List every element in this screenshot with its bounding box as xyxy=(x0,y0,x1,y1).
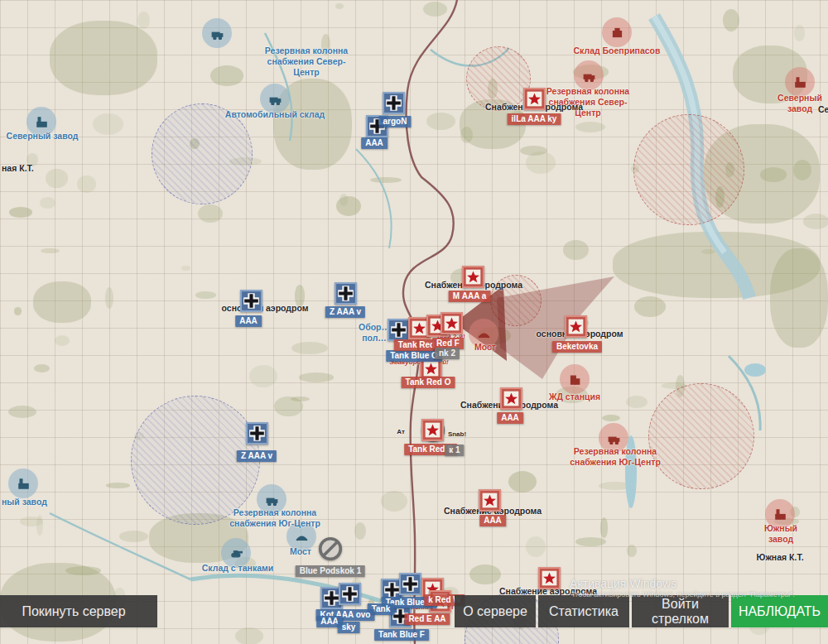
terrain-patch xyxy=(105,287,113,309)
terrain-patch xyxy=(40,197,56,209)
terrain-patch xyxy=(34,364,51,372)
blue-unit-marker xyxy=(339,583,361,605)
unit-tag: sky xyxy=(338,622,360,633)
map-label: Мост xyxy=(474,342,496,353)
unit-tag: argoN xyxy=(379,116,412,127)
terrain-patch xyxy=(50,21,157,95)
terrain-patch xyxy=(723,9,739,31)
terrain-patch xyxy=(198,204,223,223)
red-star-icon xyxy=(408,317,431,339)
influence-zone-blue xyxy=(152,103,253,204)
terrain-patch xyxy=(460,99,526,149)
map-label: Резервная колонна снабжения Юг-Центр xyxy=(229,507,320,529)
map-label: основной аэродром xyxy=(222,303,309,314)
terrain-patch xyxy=(291,342,328,354)
observe-button[interactable]: НАБЛЮДАТЬ xyxy=(731,595,828,627)
balkenkreuz-icon xyxy=(339,583,361,605)
poi-truck-icon xyxy=(574,60,604,90)
unit-tag: AAA xyxy=(316,616,343,627)
map-label: Обор… пол… xyxy=(359,322,390,344)
terrain-patch xyxy=(477,327,511,344)
blue-unit-marker xyxy=(389,605,412,627)
terrain-patch xyxy=(235,627,263,644)
terrain-patch xyxy=(9,207,31,217)
influence-zone-red xyxy=(490,275,542,326)
red-star-icon xyxy=(421,578,444,600)
map-label: Склад с танками xyxy=(202,563,273,574)
red-unit-marker xyxy=(440,312,463,334)
blue-unit-marker xyxy=(240,290,262,312)
map-label: Склад Боеприпасов xyxy=(574,46,661,56)
terrain-patch xyxy=(8,406,36,418)
terrain-patch xyxy=(556,387,587,404)
map-label: ная К.Т. xyxy=(2,163,34,174)
red-unit-marker xyxy=(523,88,546,110)
about-server-button[interactable]: О сервере xyxy=(455,595,536,627)
terrain-patch xyxy=(26,153,38,166)
influence-zone-red xyxy=(633,114,744,225)
terrain-patch xyxy=(119,531,148,542)
red-unit-marker xyxy=(421,419,444,441)
attack-arrow-tail xyxy=(497,276,614,379)
statistics-button[interactable]: Статистика xyxy=(538,595,629,627)
terrain-patch xyxy=(335,3,344,9)
leave-server-button[interactable]: Покинуть сервер xyxy=(0,595,157,627)
terrain-patch xyxy=(336,196,361,215)
terrain-patch xyxy=(760,167,787,182)
poi-truck-icon xyxy=(202,18,232,48)
terrain-patch xyxy=(794,25,806,41)
red-star-icon xyxy=(538,567,561,589)
influence-zone-blue xyxy=(131,396,260,525)
terrain-patch xyxy=(508,471,537,493)
red-star-icon xyxy=(500,387,522,410)
attack-arrow-head xyxy=(455,286,507,361)
terrain-patch xyxy=(627,545,637,557)
terrain-patch xyxy=(339,194,348,206)
map-label: Резервная колонна снабжения Север- Центр xyxy=(546,86,629,118)
map-label: Снабжение аэродрома xyxy=(485,102,583,113)
terrain-patch xyxy=(195,291,215,298)
terrain-patch xyxy=(299,372,334,382)
balkenkreuz-icon xyxy=(246,422,268,445)
terrain-patch xyxy=(423,2,447,17)
blue-unit-marker xyxy=(366,115,388,137)
red-unit-marker xyxy=(565,315,587,338)
tactical-map[interactable]: Резервная колонна снабжения Север- Центр… xyxy=(0,0,828,644)
map-label: ЖД станция xyxy=(549,392,600,402)
terrain-patch xyxy=(274,396,303,417)
terrain-patch xyxy=(93,113,124,134)
balkenkreuz-icon xyxy=(399,573,421,595)
terrain-patch xyxy=(563,240,589,260)
unit-tag: AAA xyxy=(497,412,523,424)
red-star-icon xyxy=(479,489,501,512)
unit-tag: Red E AA xyxy=(404,613,450,625)
map-label: ный завод xyxy=(2,497,47,507)
join-gunner-button[interactable]: Войти стрелком xyxy=(632,595,729,627)
terrain-patch xyxy=(613,232,820,298)
red-unit-marker xyxy=(462,266,484,288)
influence-zone-red xyxy=(648,383,754,489)
terrain-patch xyxy=(351,578,362,598)
terrain-patch xyxy=(354,522,366,540)
terrain-patch xyxy=(295,285,306,306)
terrain-patch xyxy=(291,396,310,401)
unit-tag: Kot AAA ovo xyxy=(316,609,375,621)
terrain-patch xyxy=(676,375,686,397)
unit-tag: AAA xyxy=(235,315,262,327)
terrain-patch xyxy=(770,248,828,348)
red-star-icon xyxy=(429,590,451,613)
poi-factory-icon xyxy=(8,469,38,498)
terrain-patch xyxy=(725,162,734,177)
red-star-icon xyxy=(565,315,587,338)
red-star-icon xyxy=(421,419,444,441)
balkenkreuz-icon xyxy=(383,92,405,114)
unit-tag: Tank Red N xyxy=(394,339,447,351)
poi-truck-icon xyxy=(260,84,290,113)
poi-factory-icon xyxy=(26,107,56,137)
terrain-patch xyxy=(573,65,609,79)
map-label: Снабжение аэродрома xyxy=(460,400,558,411)
map-label: Автомобильный склад xyxy=(225,109,325,120)
terrain-patch xyxy=(774,518,799,524)
poi-bridge-icon xyxy=(469,319,498,348)
red-star-icon xyxy=(440,312,463,334)
